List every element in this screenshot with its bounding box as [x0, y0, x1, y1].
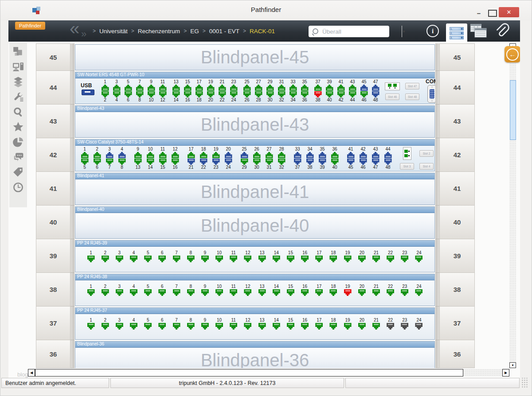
port-18[interactable] [200, 152, 207, 158]
port-46[interactable] [360, 91, 368, 97]
port-23[interactable] [401, 323, 408, 330]
port-28[interactable] [278, 152, 286, 158]
port-2[interactable] [102, 289, 109, 296]
port-2[interactable] [102, 91, 109, 97]
port-3[interactable] [106, 152, 113, 158]
port-5[interactable] [144, 256, 152, 262]
slot-button[interactable]: Slot 46 [385, 93, 399, 100]
port-22[interactable] [387, 289, 394, 296]
port-14[interactable] [273, 323, 280, 330]
port-44[interactable] [384, 152, 392, 158]
port-22[interactable] [387, 256, 394, 262]
pie-chart-icon[interactable] [12, 136, 24, 148]
port-28[interactable] [255, 91, 262, 97]
minimize-button[interactable]: – [474, 9, 484, 16]
horizontal-scrollbar[interactable]: ◀ ▶ [28, 369, 509, 377]
rack-panel-42[interactable]: SW-Cisco Catalyst 3750-48TS-141526374891… [75, 139, 435, 171]
port-15[interactable] [159, 159, 167, 165]
rack-panel-39[interactable]: PP 24 RJ45-39123456789101112131415161718… [75, 240, 435, 272]
port-19[interactable] [344, 323, 352, 330]
port-20[interactable] [358, 256, 366, 262]
port-8[interactable] [118, 159, 126, 165]
port-12[interactable] [244, 256, 251, 262]
port-47[interactable] [372, 85, 379, 91]
port-41[interactable] [347, 152, 355, 158]
port-11[interactable] [230, 323, 237, 330]
slot-button[interactable]: Slot 4 [419, 163, 434, 170]
port-39[interactable] [326, 85, 333, 91]
tag-icon[interactable] [12, 167, 24, 178]
port-29[interactable] [241, 159, 248, 165]
search-box[interactable]: ▼ [309, 26, 389, 37]
horizontal-scroll-thumb[interactable] [35, 369, 463, 377]
port-11[interactable] [230, 256, 237, 262]
port-38[interactable] [314, 91, 322, 97]
port-9[interactable] [134, 152, 142, 158]
port-35[interactable] [319, 152, 326, 158]
port-25[interactable] [243, 85, 251, 91]
search-icon[interactable] [12, 106, 24, 118]
back-chevrons-icon[interactable]: « [70, 19, 79, 39]
port-19[interactable] [207, 85, 215, 91]
port-7[interactable] [173, 323, 180, 330]
comments-icon[interactable] [12, 151, 24, 163]
port-12[interactable] [159, 91, 167, 97]
port-4[interactable] [113, 91, 121, 97]
port-13[interactable] [172, 85, 180, 91]
port-3[interactable] [116, 323, 123, 330]
com-port[interactable] [427, 85, 435, 103]
port-23[interactable] [212, 159, 220, 165]
breadcrumb-item-0001-evt[interactable]: 0001 - EVT [209, 28, 239, 35]
port-18[interactable] [329, 256, 337, 262]
usb-port[interactable] [82, 89, 94, 95]
cascade-icon[interactable] [12, 46, 24, 58]
port-9[interactable] [148, 85, 155, 91]
favorites-icon[interactable] [12, 121, 24, 133]
port-33[interactable] [289, 85, 297, 91]
port-19[interactable] [344, 256, 352, 262]
port-14[interactable] [172, 91, 180, 97]
port-23[interactable] [401, 256, 408, 262]
port-16[interactable] [184, 91, 192, 97]
port-46[interactable] [360, 159, 367, 165]
close-button[interactable]: ✕ [499, 7, 519, 17]
port-43[interactable] [349, 85, 356, 91]
port-3[interactable] [116, 289, 123, 296]
sfp-ports[interactable] [403, 147, 411, 160]
port-17[interactable] [188, 152, 195, 158]
port-22[interactable] [200, 159, 207, 165]
resize-grip[interactable] [521, 378, 528, 388]
port-11[interactable] [159, 85, 167, 91]
port-11[interactable] [230, 289, 237, 296]
port-13[interactable] [258, 256, 266, 262]
horizontal-scroll-track[interactable] [463, 369, 502, 377]
rack-panel-36[interactable]: Blindpanel-36Blindpanel-36 [75, 341, 435, 368]
port-24[interactable] [415, 323, 422, 330]
breadcrumb-item-rechenzentrum[interactable]: Rechenzentrum [138, 28, 180, 35]
table-view-icon[interactable] [469, 20, 489, 42]
rack-panel-45[interactable]: Blindpanel-45 [75, 44, 435, 70]
port-16[interactable] [301, 323, 309, 330]
port-16[interactable] [301, 256, 309, 262]
port-43[interactable] [372, 152, 379, 158]
port-23[interactable] [230, 85, 238, 91]
port-15[interactable] [184, 85, 192, 91]
port-10[interactable] [215, 323, 223, 330]
port-48[interactable] [372, 91, 379, 97]
port-15[interactable] [287, 323, 294, 330]
slot-button[interactable]: Slot 48 [405, 93, 419, 100]
port-10[interactable] [148, 91, 155, 97]
port-37[interactable] [294, 159, 301, 165]
port-22[interactable] [219, 91, 226, 97]
port-21[interactable] [372, 289, 380, 296]
port-8[interactable] [187, 256, 195, 262]
port-14[interactable] [273, 289, 280, 296]
port-6[interactable] [158, 289, 166, 296]
port-32[interactable] [278, 159, 286, 165]
port-3[interactable] [116, 256, 123, 262]
slot-button[interactable]: Slot 3 [400, 163, 414, 170]
port-4[interactable] [130, 256, 137, 262]
port-6[interactable] [158, 256, 166, 262]
port-14[interactable] [147, 159, 154, 165]
layers-icon[interactable] [12, 76, 24, 88]
